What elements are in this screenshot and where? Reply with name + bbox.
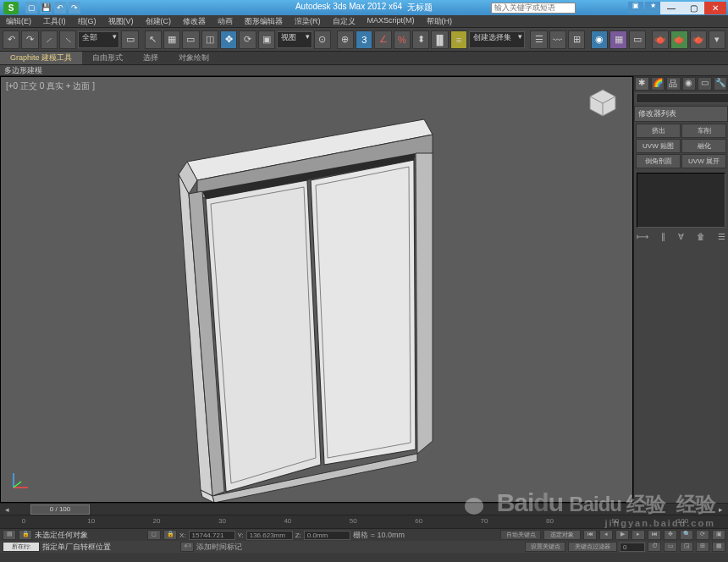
menu-custom[interactable]: 自定义 (327, 15, 361, 27)
tab-hierarchy-icon[interactable]: 品 (666, 77, 681, 91)
menu-modifier[interactable]: 修改器 (177, 15, 212, 27)
move-icon[interactable]: ✥ (220, 30, 237, 49)
minimize-button[interactable]: — (660, 2, 682, 14)
play-icon[interactable]: ▶ (615, 530, 629, 540)
select-rect-icon[interactable]: ▭ (182, 30, 199, 49)
ref-coord[interactable]: 视图 (277, 31, 312, 48)
app-logo-icon[interactable]: S (3, 2, 19, 14)
pivot-icon[interactable]: ⊙ (314, 30, 331, 49)
qat-save-icon[interactable]: 💾 (40, 2, 52, 14)
coord-x[interactable]: 15744.721 (189, 531, 235, 540)
configure-icon[interactable]: ☰ (718, 232, 725, 241)
ribbon-tab-graphite[interactable]: Graphite 建模工具 (0, 52, 82, 64)
nav2-4-icon[interactable]: ▦ (712, 542, 725, 552)
set-key-button[interactable]: 设置关键点 (525, 542, 565, 552)
qat-redo-icon[interactable]: ↷ (69, 2, 80, 14)
tab-display-icon[interactable]: ▭ (698, 77, 712, 91)
nav2-3-icon[interactable]: ⊞ (696, 542, 709, 552)
close-button[interactable]: ✕ (704, 2, 726, 14)
tab-modify-icon[interactable]: 🌈 (651, 77, 665, 91)
pin-stack-icon[interactable]: ⟼ (637, 232, 648, 241)
material-icon[interactable]: ◉ (591, 30, 608, 49)
spinner-snap-icon[interactable]: ⬍ (412, 30, 429, 49)
percent-snap-icon[interactable]: % (394, 30, 411, 49)
menu-tools[interactable]: 工具(I) (37, 15, 72, 27)
schematic-icon[interactable]: ⊞ (568, 30, 585, 49)
modifier-stack[interactable] (637, 173, 725, 228)
key-filter-button[interactable]: 关键点过滤器 (568, 542, 617, 552)
rotate-icon[interactable]: ⟳ (239, 30, 256, 49)
play-end-icon[interactable]: ⏭ (648, 530, 661, 540)
render-iter-icon[interactable]: 🫖 (670, 30, 687, 49)
menu-graph[interactable]: 图形编辑器 (239, 15, 289, 27)
sel-key-button[interactable]: 选定对象 (543, 530, 581, 540)
tab-utility-icon[interactable]: 🔧 (714, 77, 728, 91)
ribbon-panel[interactable]: 多边形建模 (0, 65, 728, 76)
curve-ed-icon[interactable]: 〰 (549, 30, 566, 49)
viewcube-icon[interactable] (586, 85, 620, 119)
viewport-label[interactable]: [+0 正交 0 真实 + 边面 ] (6, 80, 95, 92)
select-filter[interactable]: 全部 (78, 31, 119, 48)
render-frame-icon[interactable]: ▭ (629, 30, 646, 49)
scale-icon[interactable]: ▣ (258, 30, 275, 49)
play-start-icon[interactable]: ⏮ (583, 530, 597, 540)
ribbon-tab-select[interactable]: 选择 (133, 52, 168, 64)
undo-icon[interactable]: ↶ (3, 30, 19, 49)
menu-help[interactable]: 帮助(H) (421, 15, 459, 27)
tag-icon[interactable]: 🏷 (180, 542, 194, 552)
menu-view[interactable]: 视图(V) (102, 15, 140, 27)
tab-motion-icon[interactable]: ◉ (682, 77, 697, 91)
time-handle[interactable]: 0 / 100 (30, 504, 90, 515)
redo-icon[interactable]: ↷ (21, 30, 38, 49)
menu-edit[interactable]: 编辑(E) (0, 15, 37, 27)
window-cross-icon[interactable]: ◫ (201, 30, 218, 49)
lock-sel-icon[interactable]: 🔒 (163, 530, 177, 540)
lock-icon[interactable]: 🔒 (19, 530, 32, 540)
play-prev-icon[interactable]: ◂ (599, 530, 613, 540)
named-set[interactable]: 创建选择集 (469, 31, 525, 48)
menu-render[interactable]: 渲染(R) (289, 15, 327, 27)
ic-btn-2[interactable]: ★ (645, 2, 660, 14)
show-end-icon[interactable]: ‖ (661, 232, 665, 241)
maximize-button[interactable]: ▢ (682, 2, 704, 14)
mod-uvwmap[interactable]: UVW 贴图 (636, 139, 681, 153)
render-prod-icon[interactable]: 🫖 (652, 30, 669, 49)
render-last-icon[interactable]: 🫖 (690, 30, 707, 49)
ribbon-tab-paint[interactable]: 对象绘制 (168, 52, 219, 64)
script-mini-icon[interactable]: ▤ (3, 530, 16, 540)
auto-key-button[interactable]: 自动关键点 (500, 530, 541, 540)
remove-mod-icon[interactable]: 🗑 (697, 232, 705, 241)
qat-undo-icon[interactable]: ↶ (54, 2, 66, 14)
align-icon[interactable]: ≡ (450, 30, 467, 49)
coord-z[interactable]: 0.0mm (304, 531, 350, 540)
select-icon[interactable]: ▭ (121, 30, 138, 49)
iso-icon[interactable]: ◻ (147, 530, 161, 540)
select-object-icon[interactable]: ↖ (145, 30, 162, 49)
select-name-icon[interactable]: ▦ (163, 30, 180, 49)
nav-pan-icon[interactable]: ✥ (664, 530, 677, 540)
link-icon[interactable]: ⟋ (41, 30, 58, 49)
nav-orbit-icon[interactable]: ⟳ (696, 530, 709, 540)
viewport[interactable]: [+0 正交 0 真实 + 边面 ] (0, 76, 633, 503)
play-next-icon[interactable]: ▸ (631, 530, 645, 540)
unlink-icon[interactable]: ⟍ (59, 30, 76, 49)
menu-anim[interactable]: 动画 (212, 15, 239, 27)
nav-zoom-icon[interactable]: 🔍 (680, 530, 693, 540)
mod-extrude[interactable]: 挤出 (636, 124, 681, 138)
mod-bevel[interactable]: 倒角剖面 (636, 154, 681, 168)
search-input[interactable] (491, 3, 576, 14)
coord-y[interactable]: 136.623mm (246, 531, 293, 540)
ribbon-tab-freeform[interactable]: 自由形式 (82, 52, 133, 64)
nav2-1-icon[interactable]: ▭ (664, 542, 677, 552)
render-preset-icon[interactable]: ▾ (709, 30, 725, 49)
mirror-icon[interactable]: ▐▌ (431, 30, 448, 49)
manip-icon[interactable]: ⊕ (337, 30, 354, 49)
mod-uvwxform[interactable]: 融化 (681, 139, 726, 153)
layer-icon[interactable]: ☰ (530, 30, 547, 49)
object-name-input[interactable] (636, 93, 728, 103)
frame-input[interactable]: 0 (620, 543, 645, 552)
add-marker[interactable]: 添加时间标记 (196, 542, 242, 553)
modifier-list[interactable]: 修改器列表 (634, 106, 728, 122)
menu-group[interactable]: 组(G) (72, 15, 102, 27)
make-unique-icon[interactable]: ∀ (678, 232, 684, 241)
